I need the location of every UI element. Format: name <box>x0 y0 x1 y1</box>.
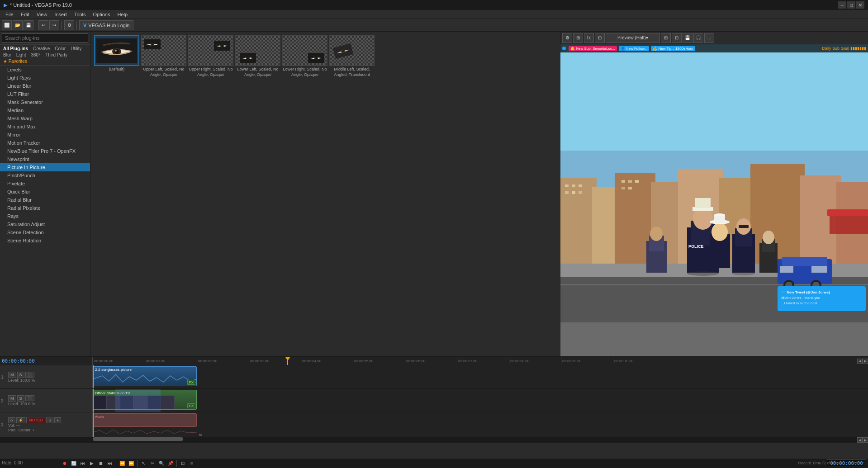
track-1-record[interactable]: ⬛ <box>25 372 34 378</box>
stop-button-bt[interactable]: ⏹ <box>97 459 105 468</box>
list-item-selected[interactable]: Picture In Picture <box>0 163 90 171</box>
track-3-record[interactable]: ● <box>54 417 61 423</box>
track-2-record[interactable]: ⬛ <box>25 395 34 401</box>
preview-snap-button[interactable]: ⊡ <box>672 33 682 43</box>
scroll-left-arrow[interactable]: ◀ <box>857 437 863 443</box>
video-clip-1[interactable]: 2-2-sunglasses-picture FX <box>93 366 197 386</box>
menu-file[interactable]: File <box>2 10 17 19</box>
track-3-solo[interactable]: S <box>46 417 53 423</box>
search-input[interactable] <box>2 33 88 43</box>
menu-options[interactable]: Options <box>90 10 114 19</box>
loop-button[interactable]: 🔄 <box>70 459 78 468</box>
timeline-horizontal-scrollbar[interactable]: ◀ ▶ <box>0 437 868 443</box>
preview-extra-button[interactable]: … <box>704 33 714 43</box>
tab-light[interactable]: Light <box>14 52 28 58</box>
list-item[interactable]: Motion Tracker <box>0 139 90 147</box>
thumbnail-upper-right[interactable]: Upper Right, Scaled, No Angle, Opaque <box>188 35 233 77</box>
list-item[interactable]: NewBlue Titler Pro 7 - OpenFX <box>0 147 90 155</box>
auto-ripple-button[interactable]: ≡ <box>188 459 196 468</box>
prev-frame-button[interactable]: ⏮ <box>79 459 87 468</box>
marker-button[interactable]: 📌 <box>166 459 175 468</box>
list-item[interactable]: Saturation Adjust <box>0 220 90 228</box>
list-item[interactable]: Mirror <box>0 131 90 139</box>
open-button[interactable]: 📂 <box>13 20 23 30</box>
list-item[interactable]: LUT Filter <box>0 90 90 98</box>
preview-split-button[interactable]: ⊞ <box>573 33 583 43</box>
ruler-scroll-left[interactable]: ◀ <box>857 359 863 364</box>
list-item[interactable]: Pinch/Punch <box>0 171 90 180</box>
cursor-button[interactable]: ↖ <box>139 459 147 468</box>
track-1-mute[interactable]: M <box>8 372 16 378</box>
fast-forward-button[interactable]: ⏩ <box>127 459 135 468</box>
list-item[interactable]: Levels <box>0 66 90 74</box>
track-3-mute[interactable]: MUTED <box>26 417 45 423</box>
list-item[interactable]: Linear Blur <box>0 82 90 90</box>
list-item[interactable]: Light Rays <box>0 74 90 82</box>
preview-settings-button[interactable]: ⚙ <box>562 33 572 43</box>
preview-zoom-button[interactable]: ⊡ <box>595 33 605 43</box>
list-item[interactable]: Min and Max <box>0 123 90 131</box>
next-frame-button[interactable]: ⏭ <box>106 459 114 468</box>
tab-blur[interactable]: Blur <box>1 52 14 58</box>
thumbnail-default[interactable]: (Default) <box>94 35 139 77</box>
minimize-button[interactable]: ─ <box>838 1 846 9</box>
preview-save-button[interactable]: 💾 <box>683 33 693 43</box>
thumbnail-lower-right[interactable]: Lower Right, Scaled, No Angle, Opaque <box>282 35 327 77</box>
list-item[interactable]: Radial Pixelate <box>0 204 90 212</box>
track-3-fx[interactable]: fx <box>8 417 15 423</box>
preview-fx-button[interactable]: fx <box>584 33 594 43</box>
menu-edit[interactable]: Edit <box>17 10 33 19</box>
preview-grid-button[interactable]: ⊞ <box>661 33 671 43</box>
thumbnail-lower-left[interactable]: Lower Left, Scaled, No Angle, Opaque <box>235 35 280 77</box>
list-item[interactable]: Radial Blur <box>0 196 90 204</box>
tab-creative[interactable]: Creative <box>31 46 52 52</box>
video-clip-2[interactable]: Officer Stubz is on TV FX <box>93 390 197 410</box>
audio-clip-3[interactable]: Audio <box>93 413 197 427</box>
scroll-right-arrow[interactable]: ▶ <box>863 437 868 443</box>
tab-all-plugins[interactable]: All Plug-ins <box>1 46 30 52</box>
tab-third-party[interactable]: Third Party <box>43 52 70 58</box>
tab-favorites[interactable]: ★ Favorites <box>1 58 29 64</box>
list-item[interactable]: Mesh Warp <box>0 114 90 123</box>
list-item[interactable]: Scene Detection <box>0 228 90 236</box>
hub-login-button[interactable]: V VEGAS Hub Login <box>79 20 133 30</box>
track-2-mute[interactable]: M <box>8 395 16 402</box>
close-button[interactable]: ✕ <box>856 1 864 9</box>
tab-color[interactable]: Color <box>52 46 68 52</box>
rewind-button[interactable]: ⏪ <box>118 459 126 468</box>
list-item[interactable]: Pixelate <box>0 180 90 188</box>
list-item[interactable]: Mask Generator <box>0 98 90 106</box>
list-item[interactable]: Scene Rotation <box>0 236 90 245</box>
menu-view[interactable]: View <box>33 10 51 19</box>
ruler-scroll-right[interactable]: ▶ <box>863 359 868 364</box>
track-3-input[interactable]: ⚡ <box>16 417 25 423</box>
undo-button[interactable]: ↩ <box>38 20 48 30</box>
track-2-solo[interactable]: S <box>17 395 24 402</box>
maximize-button[interactable]: □ <box>847 1 855 9</box>
tab-utility[interactable]: Utility <box>68 46 84 52</box>
tab-360[interactable]: 360° <box>28 52 43 58</box>
preview-headphone-button[interactable]: 🎧 <box>693 33 703 43</box>
thumbnail-upper-left[interactable]: Upper Left, Scaled, No Angle, Opaque <box>141 35 186 77</box>
track-1-solo[interactable]: S <box>17 372 24 378</box>
list-item[interactable]: Median <box>0 106 90 114</box>
record-button[interactable]: ⏺ <box>61 459 69 468</box>
redo-button[interactable]: ↪ <box>49 20 59 30</box>
snap-button[interactable]: ⊡ <box>179 459 187 468</box>
menu-help[interactable]: Help <box>114 10 131 19</box>
track-2-content[interactable]: Officer Stubz is on TV FX <box>93 389 868 412</box>
settings-button[interactable]: ⚙ <box>64 20 74 30</box>
save-button[interactable]: 💾 <box>24 20 33 30</box>
menu-tools[interactable]: Tools <box>71 10 90 19</box>
zoom-button[interactable]: 🔍 <box>157 459 166 468</box>
list-item[interactable]: Quick Blur <box>0 188 90 196</box>
scroll-thumb[interactable] <box>93 437 183 441</box>
new-button[interactable]: ⬜ <box>2 20 12 30</box>
list-item[interactable]: Rays <box>0 212 90 220</box>
play-pause-button[interactable]: ▶ <box>88 459 96 468</box>
list-item[interactable]: Newsprint <box>0 155 90 163</box>
thumbnail-middle-left[interactable]: Middle Left, Scaled, Angled, Translucent <box>329 35 375 77</box>
preview-mode-dropdown[interactable]: Preview (Half) ▾ <box>606 33 660 43</box>
edit-button[interactable]: ✂ <box>148 459 157 468</box>
track-3-content[interactable]: Audio fx <box>93 412 868 437</box>
